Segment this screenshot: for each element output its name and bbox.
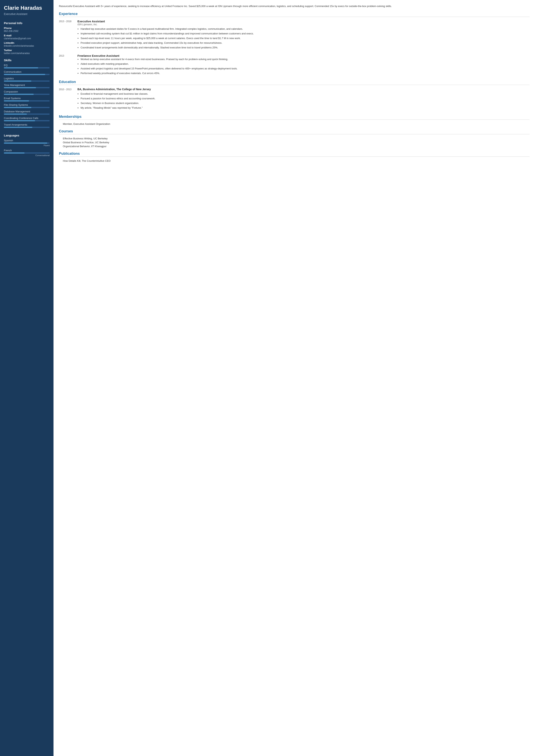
skill-bar-bg (4, 67, 50, 68)
skill-name: Time Management (4, 84, 50, 87)
experience-entry: 2013 Freelance Executive Assistant Worke… (59, 54, 529, 76)
languages-list: Spanish Fluent French Conversational (4, 139, 50, 156)
education-bullets: Excelled in financial management and bus… (77, 92, 529, 110)
skill-name: Communication (4, 70, 50, 73)
course-item: Effective Business Writing, UC Berkeley (59, 137, 529, 140)
skill-item: File-Sharing Systems (4, 103, 50, 108)
skill-item: Time Management (4, 84, 50, 88)
summary: Resourceful Executive Assistant with 5+ … (59, 4, 529, 8)
education-section: Education 2010 - 2013 BA, Business Admin… (59, 80, 529, 111)
personal-info-title: Personal Info (4, 21, 50, 25)
phone-value: 862-208-2592 (4, 30, 50, 33)
skill-name: Compassion (4, 90, 50, 93)
personal-info-section: Personal Info Phone 862-208-2592 E-mail … (0, 19, 53, 56)
experience-dates: 2013 - 2018 (59, 20, 73, 50)
skill-bar-fill (4, 80, 31, 82)
education-bullet: Excelled in financial management and bus… (80, 92, 529, 96)
education-bullet: Secretary, Women in Business student org… (80, 101, 529, 105)
skill-name: File-Sharing Systems (4, 103, 50, 106)
education-title-text: BA, Business Administration, The College… (77, 88, 529, 91)
experience-bullet: Saved each top-level exec 11 hours per w… (80, 36, 529, 40)
experience-bullets: Handled top executive assistant duties f… (77, 27, 529, 50)
courses-title: Courses (59, 129, 529, 134)
language-bar-fill (4, 152, 24, 153)
language-bar-bg (4, 143, 50, 144)
experience-list: 2013 - 2018 Executive Assistant ISN Lipm… (59, 20, 529, 76)
experience-entry: 2013 - 2018 Executive Assistant ISN Lipm… (59, 20, 529, 50)
experience-bullet: Provided executive project support, admi… (80, 41, 529, 45)
languages-title: Languages (4, 134, 50, 137)
languages-section: Languages Spanish Fluent French Conversa… (0, 131, 53, 160)
education-title: Education (59, 80, 529, 85)
skill-bar-fill (4, 74, 45, 75)
skill-bar-bg (4, 80, 50, 82)
skills-list: EQ Communication Logistics Time Manageme… (4, 64, 50, 128)
skill-bar-bg (4, 87, 50, 88)
skill-name: Travel Arrangements (4, 123, 50, 126)
skill-item: Database Management (4, 110, 50, 115)
publications-title: Publications (59, 151, 529, 157)
sidebar: Clarie Haradas Executive Assistant Perso… (0, 0, 53, 756)
memberships-list: Member, Executive Assistant Organization (59, 122, 529, 125)
education-bullet: My article, "Reading Minds" was reprinte… (80, 106, 529, 110)
skill-bar-fill (4, 120, 35, 121)
skill-bar-bg (4, 100, 50, 101)
language-name: Spanish (4, 139, 50, 142)
education-list: 2010 - 2013 BA, Business Administration,… (59, 88, 529, 111)
skills-title: Skills (4, 59, 50, 62)
course-item: Organizational Behavior, IIT Kharagpur (59, 145, 529, 148)
skill-bar-bg (4, 120, 50, 121)
experience-bullet: Implemented call-recording system that c… (80, 32, 529, 36)
linkedin-value: linkedin.com/in/clarieharadas (4, 44, 50, 47)
experience-bullet: Worked as temp executive assistant for 4… (80, 57, 529, 61)
skill-bar-fill (4, 87, 36, 88)
language-item: Spanish Fluent (4, 139, 50, 147)
main-content: Resourceful Executive Assistant with 5+ … (53, 0, 535, 756)
skill-name: Coordinating Conference Calls (4, 117, 50, 120)
skill-item: Travel Arrangements (4, 123, 50, 128)
experience-bullets: Worked as temp executive assistant for 4… (77, 57, 529, 75)
language-bar-bg (4, 152, 50, 153)
language-item: French Conversational (4, 149, 50, 156)
skill-bar-fill (4, 67, 38, 68)
twitter-value: twitter.com/clarieharadas (4, 52, 50, 55)
skill-item: Communication (4, 70, 50, 75)
experience-bullet: Aided executives with meeting preparatio… (80, 62, 529, 66)
skill-bar-bg (4, 114, 50, 115)
twitter-label: Twitter (4, 49, 50, 52)
memberships-section: Memberships Member, Executive Assistant … (59, 115, 529, 125)
skill-name: Email Systems (4, 97, 50, 100)
memberships-title: Memberships (59, 115, 529, 120)
skills-section: Skills EQ Communication Logistics Time M… (0, 56, 53, 131)
sidebar-header: Clarie Haradas Executive Assistant (0, 0, 53, 19)
skill-name: EQ (4, 64, 50, 67)
language-bar-fill (4, 143, 47, 144)
language-name: French (4, 149, 50, 152)
skill-item: Coordinating Conference Calls (4, 117, 50, 121)
education-bullet: Pursued a passion for business ethics an… (80, 96, 529, 100)
skill-item: Compassion (4, 90, 50, 95)
skill-bar-fill (4, 107, 31, 108)
language-level: Fluent (4, 144, 50, 147)
language-level: Conversational (4, 154, 50, 156)
skill-bar-bg (4, 74, 50, 75)
courses-list: Effective Business Writing, UC BerkeleyG… (59, 137, 529, 148)
experience-body: Freelance Executive Assistant Worked as … (77, 54, 529, 76)
education-dates: 2010 - 2013 (59, 88, 73, 111)
experience-bullet: Handled top executive assistant duties f… (80, 27, 529, 31)
experience-company: ISN Lipmann, Inc. (77, 23, 529, 26)
experience-bullet: Assisted with project logistics and deve… (80, 67, 529, 70)
skill-bar-fill (4, 127, 32, 128)
skill-bar-fill (4, 94, 34, 95)
skill-item: EQ (4, 64, 50, 68)
experience-title-text: Executive Assistant (77, 20, 529, 23)
education-body: BA, Business Administration, The College… (77, 88, 529, 111)
publication-item: How Details Kill, The Counterintuitive C… (59, 159, 529, 162)
email-value: clarieharadas@gmail.com (4, 37, 50, 40)
education-entry: 2010 - 2013 BA, Business Administration,… (59, 88, 529, 111)
phone-label: Phone (4, 27, 50, 30)
publications-list: How Details Kill, The Counterintuitive C… (59, 159, 529, 162)
experience-bullet: Performed weekly proofreading of executi… (80, 71, 529, 75)
skill-bar-fill (4, 114, 27, 115)
experience-section: Experience 2013 - 2018 Executive Assista… (59, 12, 529, 76)
